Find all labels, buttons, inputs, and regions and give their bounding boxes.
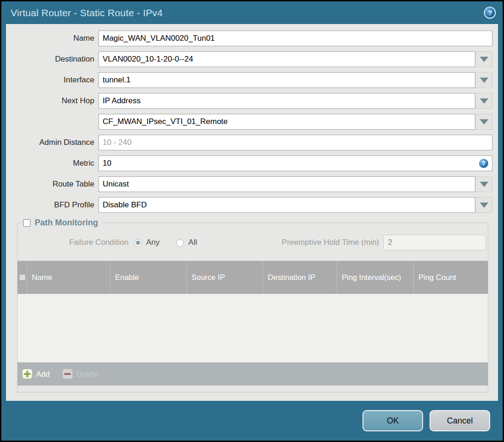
metric-help-icon[interactable]: ? xyxy=(479,159,488,168)
table-header-source-ip[interactable]: Source IP xyxy=(186,261,263,294)
admin-distance-field-wrap xyxy=(98,135,492,150)
admin-distance-row: Admin Distance xyxy=(6,135,492,150)
dialog-titlebar: Virtual Router - Static Route - IPv4 ? xyxy=(1,1,503,24)
select-all-checkbox[interactable] xyxy=(19,274,26,281)
failure-condition-any-label: Any xyxy=(146,238,160,247)
add-button-label: Add xyxy=(36,370,49,379)
failure-condition-any-radio[interactable] xyxy=(134,239,142,247)
bfd-profile-input[interactable] xyxy=(98,197,475,213)
interface-label: Interface xyxy=(6,75,98,85)
help-icon-glyph: ? xyxy=(488,9,492,17)
next-hop-dropdown-button[interactable] xyxy=(475,93,492,109)
dialog-footer: OK Cancel xyxy=(1,401,503,441)
chevron-down-icon xyxy=(480,203,488,208)
next-hop-type-input[interactable] xyxy=(98,93,475,109)
metric-field-wrap: ? xyxy=(98,156,492,171)
cancel-button[interactable]: Cancel xyxy=(430,410,490,431)
next-hop-row: Next Hop xyxy=(6,93,492,109)
chevron-down-icon xyxy=(480,78,488,83)
name-row: Name xyxy=(6,31,492,46)
failure-condition-label: Failure Condition xyxy=(18,238,134,247)
table-header-checkbox-cell xyxy=(18,261,27,294)
name-field-wrap xyxy=(98,31,492,46)
delete-button[interactable]: Delete xyxy=(62,369,98,379)
route-table-input[interactable] xyxy=(98,176,475,192)
table-header-enable[interactable]: Enable xyxy=(110,261,186,294)
next-hop-address-field-wrap xyxy=(98,114,492,130)
chevron-down-icon xyxy=(480,57,488,62)
static-route-dialog: Virtual Router - Static Route - IPv4 ? N… xyxy=(1,1,503,441)
path-monitoring-title: Path Monitoring xyxy=(35,218,98,228)
destination-row: Destination xyxy=(6,51,492,67)
path-monitoring-section: Path Monitoring Failure Condition Any Al… xyxy=(17,218,488,392)
table-header-destination-ip[interactable]: Destination IP xyxy=(263,261,337,294)
failure-condition-row: Failure Condition Any All Preemptive Hol… xyxy=(18,234,486,251)
path-monitoring-checkbox[interactable] xyxy=(23,219,31,227)
table-header-row: Name Enable Source IP Destination IP Pin… xyxy=(18,261,488,294)
table-body-empty xyxy=(18,294,488,362)
route-table-row: Route Table xyxy=(6,176,492,192)
next-hop-address-input[interactable] xyxy=(98,114,475,130)
chevron-down-icon xyxy=(480,99,488,104)
dialog-title: Virtual Router - Static Route - IPv4 xyxy=(1,7,163,19)
admin-distance-label: Admin Distance xyxy=(6,138,98,147)
bfd-profile-field-wrap xyxy=(98,197,492,213)
destination-input[interactable] xyxy=(98,51,475,67)
interface-row: Interface xyxy=(6,72,492,88)
add-button[interactable]: Add xyxy=(22,369,49,379)
preemptive-hold-time-input[interactable] xyxy=(383,235,486,250)
path-monitoring-table: Name Enable Source IP Destination IP Pin… xyxy=(18,261,488,386)
bfd-profile-row: BFD Profile xyxy=(6,197,492,213)
ok-button[interactable]: OK xyxy=(363,410,423,431)
name-input[interactable] xyxy=(98,31,492,46)
dialog-content: Name Destination Interface xyxy=(6,24,498,401)
metric-row: Metric ? xyxy=(6,156,492,171)
next-hop-field-wrap xyxy=(98,93,492,109)
interface-dropdown-button[interactable] xyxy=(475,72,492,88)
interface-field-wrap xyxy=(98,72,492,88)
chevron-down-icon xyxy=(480,119,488,125)
interface-input[interactable] xyxy=(98,72,475,88)
table-footer-bar: Add Delete xyxy=(18,362,488,386)
destination-field-wrap xyxy=(98,51,492,67)
table-header-ping-count[interactable]: Ping Count xyxy=(413,261,488,294)
preemptive-hold-time-label: Preemptive Hold Time (min) xyxy=(282,238,379,247)
add-plus-icon xyxy=(22,369,32,379)
failure-condition-all-label: All xyxy=(188,238,197,247)
failure-condition-all-radio[interactable] xyxy=(176,239,184,247)
metric-label: Metric xyxy=(6,159,98,168)
name-label: Name xyxy=(6,34,98,43)
delete-button-label: Delete xyxy=(76,370,98,379)
next-hop-label: Next Hop xyxy=(6,96,98,106)
metric-help-glyph: ? xyxy=(482,160,485,167)
next-hop-address-row xyxy=(6,114,492,130)
route-table-dropdown-button[interactable] xyxy=(475,176,492,192)
path-monitoring-legend: Path Monitoring xyxy=(21,218,102,228)
metric-input[interactable] xyxy=(98,156,492,171)
delete-minus-icon xyxy=(62,369,73,379)
admin-distance-input[interactable] xyxy=(98,135,492,150)
route-table-field-wrap xyxy=(98,176,492,192)
destination-label: Destination xyxy=(6,55,98,64)
next-hop-address-dropdown-button[interactable] xyxy=(475,114,492,130)
bfd-profile-dropdown-button[interactable] xyxy=(475,197,492,213)
help-icon[interactable]: ? xyxy=(484,6,496,19)
table-header-name[interactable]: Name xyxy=(27,261,110,294)
table-header-ping-interval[interactable]: Ping Interval(sec) xyxy=(337,261,413,294)
destination-dropdown-button[interactable] xyxy=(475,51,492,67)
route-table-label: Route Table xyxy=(6,180,98,189)
chevron-down-icon xyxy=(480,182,488,187)
bfd-profile-label: BFD Profile xyxy=(6,200,98,210)
